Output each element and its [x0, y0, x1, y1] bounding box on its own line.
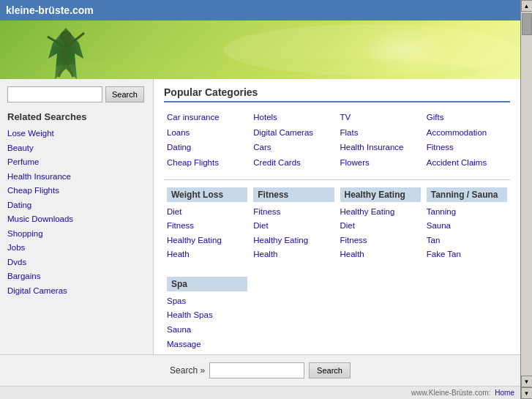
related-link[interactable]: Health Insurance: [7, 170, 146, 184]
category-link[interactable]: Gifts: [427, 110, 507, 125]
spa-row: SpaSpasHealth SpasSaunaMassage: [164, 268, 510, 354]
category-link[interactable]: Cheap Flights: [167, 155, 247, 171]
fitness-section: FitnessFitnessDietHealthy EatingHealth: [250, 184, 337, 265]
category-link[interactable]: Loans: [167, 125, 247, 141]
scrollbar[interactable]: ▲ ▼ ▼: [520, 0, 532, 399]
related-link[interactable]: Dvds: [7, 256, 146, 270]
section-header: Healthy Eating: [340, 187, 421, 202]
category-link[interactable]: Flats: [340, 125, 421, 141]
related-link[interactable]: Lose Weight: [7, 127, 146, 141]
footer: www.Kleine-Brüste.com: Home: [0, 386, 520, 399]
section-link[interactable]: Health: [253, 247, 334, 262]
category-link[interactable]: Cars: [253, 140, 334, 155]
bottom-search-input[interactable]: [209, 362, 304, 379]
section-link[interactable]: Healthy Eating: [340, 205, 421, 220]
cat-col-1: Car insuranceLoansDatingCheap Flights: [164, 108, 250, 172]
related-link[interactable]: Cheap Flights: [7, 184, 146, 198]
category-link[interactable]: Health Insurance: [340, 140, 421, 155]
category-link[interactable]: Flowers: [340, 155, 421, 171]
healthy-eating-section: Healthy EatingHealthy EatingDietFitnessH…: [337, 184, 424, 265]
search-input[interactable]: [7, 86, 102, 102]
category-link[interactable]: Car insurance: [167, 110, 247, 125]
related-link[interactable]: Bargains: [7, 269, 146, 284]
scroll-down-btn[interactable]: ▼: [521, 376, 533, 387]
section-link[interactable]: Fitness: [167, 219, 247, 234]
site-title: kleine-brüste.com: [6, 4, 94, 16]
related-searches-title: Related Searches: [7, 111, 146, 122]
spa-link[interactable]: Massage: [167, 338, 247, 352]
weight-loss-section: Weight LossDietFitnessHealthy EatingHeat…: [164, 184, 250, 265]
banner: [0, 20, 520, 79]
section-link[interactable]: Healthy Eating: [253, 234, 334, 248]
section-link[interactable]: Heath: [167, 247, 247, 262]
section-link[interactable]: Tan: [427, 234, 507, 248]
section-link[interactable]: Healthy Eating: [167, 234, 247, 248]
category-link[interactable]: Hotels: [253, 110, 334, 125]
scroll-up-btn[interactable]: ▲: [521, 0, 533, 12]
related-link[interactable]: Shopping: [7, 227, 146, 242]
tanning-section: Tanning / SaunaTanningSaunaTanFake Tan: [424, 184, 510, 265]
footer-text: www.Kleine-Brüste.com:: [411, 389, 490, 397]
main-content: Popular Categories Car insuranceLoansDat…: [154, 79, 520, 354]
category-link[interactable]: Credit Cards: [253, 155, 334, 171]
section-link[interactable]: Diet: [253, 219, 334, 234]
spa-link[interactable]: Health Spas: [167, 308, 247, 323]
cat-col-4: GiftsAccommodationFitnessAccident Claims: [424, 108, 510, 172]
section-link[interactable]: Fitness: [340, 234, 421, 248]
section-link[interactable]: Tanning: [427, 205, 507, 220]
section-link[interactable]: Diet: [167, 205, 247, 220]
category-link[interactable]: Dating: [167, 140, 247, 155]
category-link[interactable]: Accommodation: [427, 125, 507, 141]
spa-link[interactable]: Spas: [167, 294, 247, 309]
related-link[interactable]: Jobs: [7, 241, 146, 256]
related-link[interactable]: Dating: [7, 198, 146, 213]
section-header: Tanning / Sauna: [427, 187, 507, 202]
banner-overlay: [0, 20, 520, 79]
search-button[interactable]: Search: [105, 86, 144, 102]
cat-col-3: TVFlatsHealth InsuranceFlowers: [337, 108, 424, 172]
categories-grid: Car insuranceLoansDatingCheap Flights Ho…: [164, 108, 510, 172]
category-link[interactable]: Accident Claims: [427, 155, 507, 171]
section-link[interactable]: Fitness: [253, 205, 334, 220]
section-link[interactable]: Fake Tan: [427, 247, 507, 262]
related-links-list: Lose WeightBeautyPerfumeHealth Insurance…: [7, 127, 146, 299]
lower-sections: Weight LossDietFitnessHealthy EatingHeat…: [164, 184, 510, 265]
scroll-down-btn2[interactable]: ▼: [521, 387, 533, 399]
cat-col-2: HotelsDigital CamerasCarsCredit Cards: [250, 108, 337, 172]
related-link[interactable]: Beauty: [7, 141, 146, 156]
section-link[interactable]: Sauna: [427, 219, 507, 234]
bottom-search-button[interactable]: Search: [309, 362, 351, 379]
footer-home-link[interactable]: Home: [495, 389, 514, 397]
category-link[interactable]: Fitness: [427, 140, 507, 155]
popular-categories-title: Popular Categories: [164, 86, 510, 102]
sidebar: Search Related Searches Lose WeightBeaut…: [0, 79, 154, 354]
bottom-search-bar: Search » Search: [0, 354, 520, 386]
scroll-track[interactable]: [522, 12, 532, 376]
category-link[interactable]: TV: [340, 110, 421, 125]
related-link[interactable]: Music Downloads: [7, 212, 146, 227]
spa-header: Spa: [167, 277, 247, 291]
related-link[interactable]: Digital Cameras: [7, 284, 146, 299]
spa-section: SpaSpasHealth SpasSaunaMassage: [164, 274, 250, 354]
related-link[interactable]: Perfume: [7, 155, 146, 170]
section-header: Fitness: [253, 187, 334, 202]
spa-link[interactable]: Sauna: [167, 323, 247, 338]
bottom-search-label: Search »: [170, 365, 205, 376]
section-link[interactable]: Diet: [340, 219, 421, 234]
section-header: Weight Loss: [167, 187, 247, 202]
category-link[interactable]: Digital Cameras: [253, 125, 334, 141]
section-link[interactable]: Health: [340, 247, 421, 262]
